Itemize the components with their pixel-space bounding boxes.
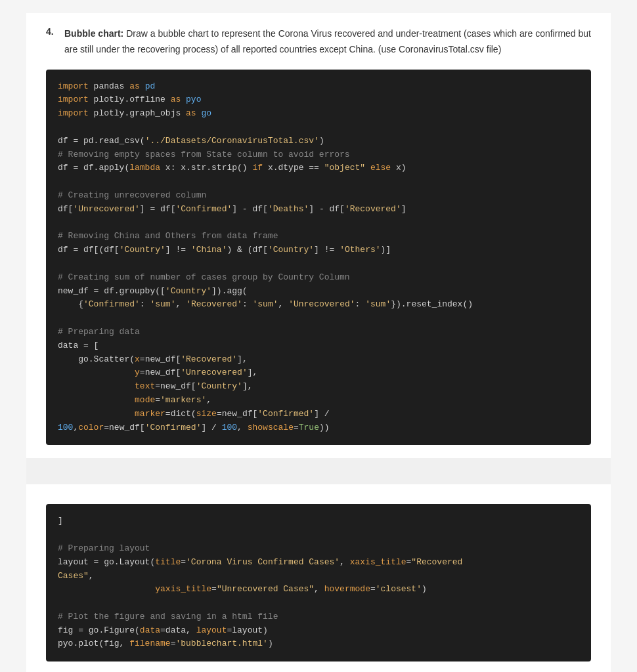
task-number: 4. [46, 26, 59, 37]
page-content: 4. Bubble chart: Draw a bubble chart to … [26, 13, 611, 672]
task-text: Draw a bubble chart to represent the Cor… [64, 28, 591, 54]
task-label: Bubble chart: [64, 28, 123, 39]
task-header: 4. Bubble chart: Draw a bubble chart to … [46, 26, 591, 58]
code-block-1: import pandas as pd import plotly.offlin… [46, 70, 591, 446]
code-block-2: ] # Preparing layout layout = go.Layout(… [46, 504, 591, 662]
page-divider [26, 458, 611, 484]
task-description: Bubble chart: Draw a bubble chart to rep… [64, 26, 591, 58]
